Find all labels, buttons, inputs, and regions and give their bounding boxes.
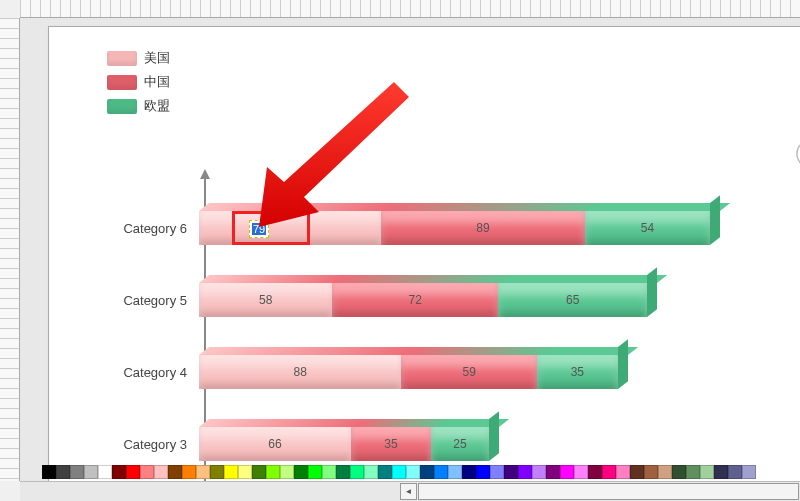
bar-segment[interactable]: 72 [332,283,498,317]
category-label: Category 6 [49,221,199,236]
bar-segment[interactable] [199,211,381,245]
chart-area: Category 68954Category 5587265Category 4… [49,207,800,481]
scroll-left-button[interactable]: ◄ [400,483,417,500]
edit-value-input[interactable]: 79 [249,220,269,238]
bar-segment[interactable]: 58 [199,283,332,317]
bar-segment[interactable]: 66 [199,427,351,461]
palette-swatch[interactable] [546,465,560,479]
palette-swatch[interactable] [42,465,56,479]
bar-segment[interactable]: 65 [498,283,648,317]
palette-swatch[interactable] [420,465,434,479]
palette-swatch[interactable] [140,465,154,479]
palette-swatch[interactable] [126,465,140,479]
legend-item[interactable]: 欧盟 [107,97,170,115]
legend-label: 美国 [144,49,170,67]
legend-swatch [107,99,137,114]
bar-segment[interactable]: 88 [199,355,401,389]
bar-segment[interactable]: 25 [431,427,489,461]
palette-swatch[interactable] [574,465,588,479]
page[interactable]: 美国 中国 欧盟 Category 68954Category 5587265C… [48,26,800,481]
palette-swatch[interactable] [210,465,224,479]
palette-swatch[interactable] [714,465,728,479]
bar-segment[interactable]: 35 [537,355,618,389]
callout-cloud[interactable]: Ed to [767,87,800,207]
palette-swatch[interactable] [336,465,350,479]
legend-label: 中国 [144,73,170,91]
legend-swatch [107,51,137,66]
palette-swatch[interactable] [658,465,672,479]
palette-swatch[interactable] [490,465,504,479]
palette-swatch[interactable] [266,465,280,479]
palette-swatch[interactable] [84,465,98,479]
palette-swatch[interactable] [742,465,756,479]
palette-swatch[interactable] [602,465,616,479]
palette-swatch[interactable] [182,465,196,479]
palette-swatch[interactable] [294,465,308,479]
bar-segment[interactable]: 89 [381,211,586,245]
palette-swatch[interactable] [154,465,168,479]
legend-item[interactable]: 中国 [107,73,170,91]
palette-swatch[interactable] [644,465,658,479]
palette-swatch[interactable] [112,465,126,479]
chart-row[interactable]: Category 4885935 [49,351,618,393]
stacked-bar[interactable]: 8954 [199,211,710,245]
palette-swatch[interactable] [728,465,742,479]
palette-swatch[interactable] [280,465,294,479]
bar-segment[interactable]: 35 [351,427,432,461]
palette-swatch[interactable] [518,465,532,479]
legend-item[interactable]: 美国 [107,49,170,67]
legend-label: 欧盟 [144,97,170,115]
palette-swatch[interactable] [98,465,112,479]
category-label: Category 4 [49,365,199,380]
palette-swatch[interactable] [364,465,378,479]
palette-swatch[interactable] [462,465,476,479]
ruler-horizontal[interactable] [20,0,800,18]
palette-swatch[interactable] [434,465,448,479]
chart-row[interactable]: Category 3663525 [49,423,489,465]
legend: 美国 中国 欧盟 [107,49,170,121]
palette-swatch[interactable] [532,465,546,479]
chart-row[interactable]: Category 68954 [49,207,710,249]
stacked-bar[interactable]: 587265 [199,283,647,317]
bar-segment[interactable]: 54 [585,211,709,245]
palette-swatch[interactable] [630,465,644,479]
stacked-bar[interactable]: 885935 [199,355,618,389]
palette-swatch[interactable] [378,465,392,479]
palette-swatch[interactable] [560,465,574,479]
palette-swatch[interactable] [56,465,70,479]
palette-swatch[interactable] [196,465,210,479]
palette-swatch[interactable] [448,465,462,479]
palette-swatch[interactable] [168,465,182,479]
color-palette[interactable] [42,465,800,479]
bar-segment[interactable]: 59 [401,355,537,389]
horizontal-scrollbar[interactable]: ◄ [20,481,800,501]
legend-swatch [107,75,137,90]
canvas[interactable]: 美国 中国 欧盟 Category 68954Category 5587265C… [20,18,800,481]
palette-swatch[interactable] [672,465,686,479]
palette-swatch[interactable] [70,465,84,479]
category-label: Category 3 [49,437,199,452]
palette-swatch[interactable] [700,465,714,479]
palette-swatch[interactable] [504,465,518,479]
category-label: Category 5 [49,293,199,308]
palette-swatch[interactable] [406,465,420,479]
palette-swatch[interactable] [392,465,406,479]
stacked-bar[interactable]: 663525 [199,427,489,461]
chart-row[interactable]: Category 5587265 [49,279,647,321]
ruler-vertical[interactable] [0,18,20,481]
palette-swatch[interactable] [238,465,252,479]
scroll-track[interactable] [418,483,799,500]
palette-swatch[interactable] [224,465,238,479]
palette-swatch[interactable] [588,465,602,479]
palette-swatch[interactable] [616,465,630,479]
palette-swatch[interactable] [686,465,700,479]
palette-swatch[interactable] [252,465,266,479]
palette-swatch[interactable] [322,465,336,479]
palette-swatch[interactable] [308,465,322,479]
palette-swatch[interactable] [350,465,364,479]
palette-swatch[interactable] [476,465,490,479]
